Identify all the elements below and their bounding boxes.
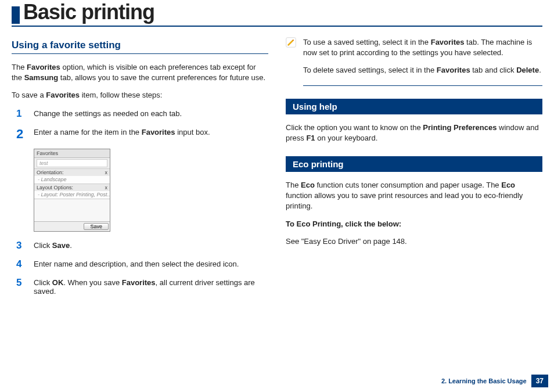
note-box: To use a saved setting, select it in the… — [286, 37, 542, 86]
step-body: Enter a name for the item in the Favorit… — [34, 127, 268, 136]
note-paragraph-1: To use a saved setting, select it in the… — [303, 37, 542, 58]
close-icon[interactable]: x — [105, 170, 108, 175]
footer-page-number: 37 — [531, 375, 548, 387]
note-pencil-icon — [286, 37, 297, 49]
favorites-empty-area — [34, 199, 110, 221]
note-paragraph-2: To delete saved settings, select it in t… — [303, 65, 542, 75]
step-body: Change the settings as needed on each ta… — [34, 108, 268, 118]
step-number: 1 — [12, 108, 34, 120]
section-bar-eco: Eco printing — [286, 156, 542, 172]
section-title-favorite: Using a favorite setting — [12, 39, 268, 54]
page-title-row: Basic printing — [12, 0, 542, 27]
favorites-row-layout: Layout Options:x — [34, 184, 110, 191]
step-number: 3 — [12, 240, 34, 251]
help-paragraph: Click the option you want to know on the… — [286, 123, 542, 143]
save-button[interactable]: Save — [84, 223, 109, 230]
close-icon[interactable]: x — [105, 185, 108, 190]
tosave-paragraph: To save a Favorites item, follow these s… — [12, 90, 268, 100]
eco-bold-line: To Eco Printing, click the below: — [286, 219, 542, 229]
step-4: 4 Enter name and description, and then s… — [12, 258, 268, 270]
eco-paragraph: The Eco function cuts toner consumption … — [286, 180, 542, 212]
favorites-panel-title: Favorites — [34, 149, 110, 158]
eco-see-line: See "Easy Eco Driver" on page 148. — [286, 236, 542, 247]
left-column: Using a favorite setting The Favorites o… — [12, 37, 268, 303]
favorites-screenshot: Favorites test Orientation:x - Landscape… — [34, 149, 268, 232]
step-number: 5 — [12, 277, 34, 289]
favorites-row-layout-value: - Layout: Poster Printing, Post... — [34, 191, 110, 199]
title-accent — [12, 6, 20, 24]
right-column: To use a saved setting, select it in the… — [286, 37, 542, 303]
favorites-name-input[interactable]: test — [37, 159, 107, 167]
intro-paragraph: The Favorites option, which is visible o… — [12, 62, 268, 83]
step-number: 2 — [12, 127, 34, 142]
page-title: Basic printing — [23, 0, 154, 26]
page-footer: 2. Learning the Basic Usage 37 — [441, 375, 548, 387]
step-body: Enter name and description, and then sel… — [34, 258, 268, 268]
step-number: 4 — [12, 258, 34, 270]
step-2: 2 Enter a name for the item in the Favor… — [12, 127, 268, 142]
step-3: 3 Click Save. — [12, 240, 268, 251]
step-body: Click OK. When you save Favorites, all c… — [34, 277, 268, 296]
favorites-row-orientation: Orientation:x — [34, 168, 110, 176]
section-bar-help: Using help — [286, 99, 542, 114]
favorites-row-orientation-value: - Landscape — [34, 176, 110, 184]
step-5: 5 Click OK. When you save Favorites, all… — [12, 277, 268, 296]
footer-chapter: 2. Learning the Basic Usage — [441, 377, 527, 384]
step-body: Click Save. — [34, 240, 268, 250]
step-1: 1 Change the settings as needed on each … — [12, 108, 268, 120]
